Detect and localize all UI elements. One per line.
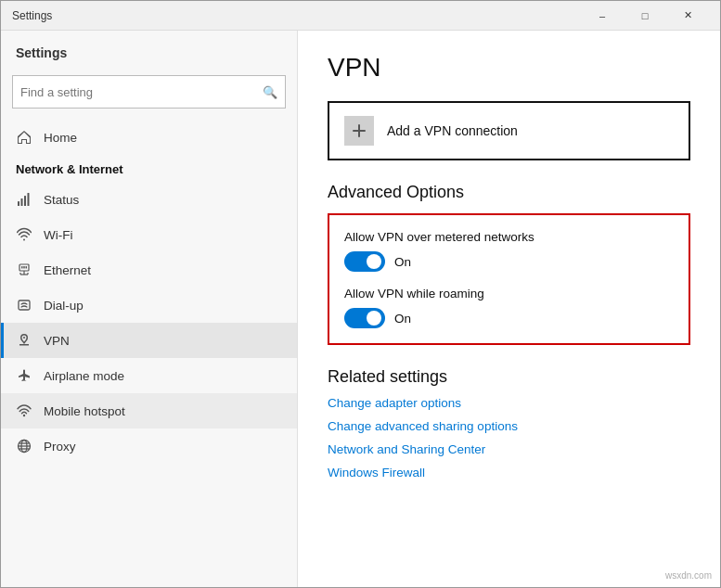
- toggle-row-metered: Allow VPN over metered networks On: [344, 230, 674, 272]
- section-label: Network & Internet: [1, 155, 297, 182]
- sidebar-item-dialup[interactable]: Dial-up: [1, 288, 297, 323]
- minimize-button[interactable]: –: [581, 1, 624, 31]
- sidebar-item-hotspot[interactable]: Mobile hotspot: [1, 393, 297, 428]
- svg-rect-3: [28, 193, 30, 206]
- svg-rect-1: [21, 198, 23, 206]
- sidebar-header: Settings: [1, 31, 297, 68]
- sidebar-item-proxy-label: Proxy: [44, 440, 76, 454]
- sidebar-item-wifi[interactable]: Wi-Fi: [1, 217, 297, 252]
- sidebar-item-proxy[interactable]: Proxy: [1, 428, 297, 464]
- sidebar-item-home-label: Home: [44, 131, 77, 145]
- related-link-sharing[interactable]: Change advanced sharing options: [328, 419, 690, 433]
- main-layout: Settings 🔍 Home Network & Internet: [1, 31, 720, 587]
- add-icon: [344, 116, 374, 146]
- page-title: VPN: [328, 53, 690, 83]
- window-controls: – □ ✕: [581, 1, 709, 31]
- search-input[interactable]: [20, 85, 263, 99]
- advanced-options-heading: Advanced Options: [328, 183, 690, 202]
- toggle-metered-label: Allow VPN over metered networks: [344, 230, 674, 244]
- toggle-roaming-status: On: [394, 312, 411, 326]
- dialup-icon: [16, 297, 32, 313]
- titlebar: Settings – □ ✕: [1, 1, 720, 31]
- sidebar-item-airplane-label: Airplane mode: [44, 369, 124, 383]
- sidebar-item-vpn[interactable]: VPN: [1, 323, 297, 358]
- close-button[interactable]: ✕: [666, 1, 709, 31]
- svg-rect-5: [21, 266, 23, 269]
- sidebar-item-airplane[interactable]: Airplane mode: [1, 358, 297, 393]
- watermark: wsxdn.com: [665, 570, 712, 581]
- add-vpn-label: Add a VPN connection: [387, 123, 518, 138]
- search-icon: 🔍: [263, 85, 277, 99]
- related-link-adapter[interactable]: Change adapter options: [328, 396, 690, 410]
- settings-window: Settings – □ ✕ Settings 🔍 Home: [0, 0, 721, 588]
- toggle-metered-control: On: [344, 251, 674, 272]
- related-settings-heading: Related settings: [328, 367, 690, 387]
- add-vpn-button[interactable]: Add a VPN connection: [328, 101, 690, 160]
- proxy-icon: [16, 438, 32, 454]
- svg-rect-2: [24, 196, 26, 206]
- toggle-roaming-switch[interactable]: [344, 308, 385, 328]
- home-icon: [16, 129, 32, 146]
- toggle-metered-status: On: [394, 255, 411, 269]
- ethernet-icon: [16, 262, 32, 278]
- sidebar-item-vpn-label: VPN: [44, 334, 70, 348]
- search-box[interactable]: 🔍: [12, 75, 286, 109]
- window-title: Settings: [12, 9, 581, 22]
- toggle-roaming-control: On: [344, 308, 674, 328]
- sidebar-item-hotspot-label: Mobile hotspot: [44, 404, 125, 418]
- related-link-network-center[interactable]: Network and Sharing Center: [328, 442, 690, 456]
- svg-point-13: [23, 415, 25, 416]
- maximize-button[interactable]: □: [624, 1, 666, 31]
- svg-rect-0: [18, 201, 19, 206]
- toggle-roaming-knob: [367, 311, 381, 326]
- sidebar-item-dialup-label: Dial-up: [44, 299, 84, 313]
- content-panel: VPN Add a VPN connection Advanced Option…: [298, 31, 720, 587]
- sidebar: Settings 🔍 Home Network & Internet: [1, 31, 298, 587]
- related-link-firewall[interactable]: Windows Firewall: [328, 466, 690, 479]
- vpn-icon: [16, 332, 32, 349]
- sidebar-item-wifi-label: Wi-Fi: [44, 228, 72, 242]
- svg-rect-12: [19, 300, 30, 310]
- airplane-icon: [16, 367, 32, 384]
- svg-rect-6: [23, 266, 25, 269]
- svg-rect-7: [26, 266, 28, 269]
- wifi-icon: [16, 226, 32, 243]
- toggle-row-roaming: Allow VPN while roaming On: [344, 287, 674, 328]
- sidebar-item-status-label: Status: [44, 193, 79, 207]
- sidebar-item-ethernet-label: Ethernet: [44, 263, 91, 277]
- toggle-metered-switch[interactable]: [344, 251, 385, 272]
- toggle-roaming-label: Allow VPN while roaming: [344, 287, 674, 300]
- sidebar-item-home[interactable]: Home: [1, 120, 297, 155]
- toggle-metered-knob: [367, 254, 381, 269]
- status-icon: [16, 191, 32, 208]
- advanced-options-box: Allow VPN over metered networks On Allow…: [328, 213, 690, 345]
- hotspot-icon: [16, 403, 32, 419]
- sidebar-item-ethernet[interactable]: Ethernet: [1, 252, 297, 288]
- sidebar-item-status[interactable]: Status: [1, 182, 297, 217]
